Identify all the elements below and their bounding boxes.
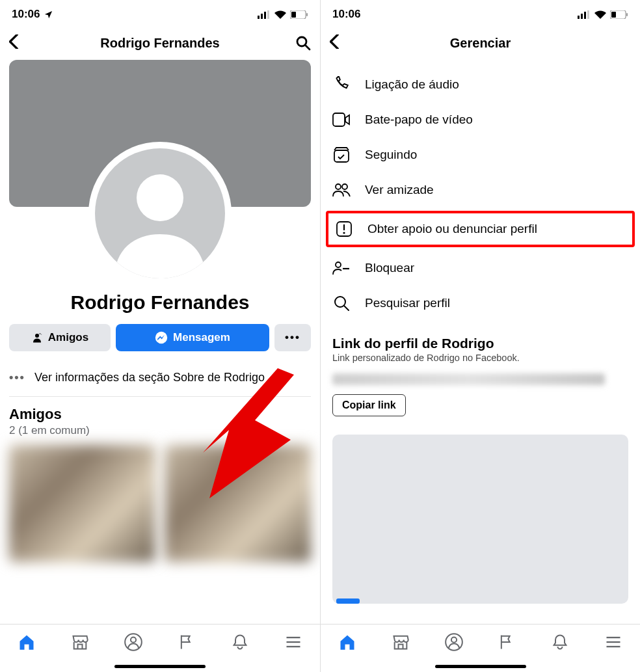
tab-notifications[interactable] [551,633,569,651]
flag-icon [178,633,196,651]
manage-item-report[interactable]: Obter apoio ou denunciar perfil [326,211,635,247]
cover-area [0,60,320,207]
tab-notifications[interactable] [231,633,249,651]
svg-point-14 [131,637,136,642]
manage-item-search-profile[interactable]: Pesquisar perfil [321,285,640,321]
friend-thumb[interactable] [165,445,311,562]
svg-rect-26 [334,150,349,162]
svg-point-9 [137,174,183,221]
svg-rect-18 [578,16,580,19]
manage-item-friendship[interactable]: Ver amizade [321,173,640,207]
svg-rect-24 [626,13,628,16]
svg-rect-2 [264,12,266,19]
tab-home[interactable] [338,633,356,651]
battery-icon [610,10,628,19]
tab-flag[interactable] [178,633,196,651]
message-button[interactable]: Mensagem [116,324,269,351]
chevron-left-icon [9,34,20,49]
friendship-icon [332,183,351,197]
flag-icon [498,633,516,651]
svg-line-8 [306,46,310,49]
manage-item-label: Bate-papo de vídeo [365,113,473,127]
manage-item-label: Pesquisar perfil [365,296,450,310]
profile-icon [124,633,142,651]
svg-rect-25 [333,113,345,126]
block-icon [332,261,351,275]
phone-icon [332,76,351,93]
marketplace-icon [392,633,410,651]
status-right [258,10,308,19]
tab-menu[interactable] [284,633,302,651]
wifi-icon [594,10,606,19]
menu-icon [284,633,302,651]
svg-point-7 [297,37,306,46]
friend-thumb[interactable] [9,445,155,562]
about-dots-icon: ••• [9,371,25,384]
svg-point-27 [336,184,341,189]
report-icon [335,221,353,237]
svg-rect-1 [261,14,263,19]
friend-icon [31,332,43,343]
friends-button[interactable]: Amigos [9,324,111,351]
copy-link-button[interactable]: Copiar link [332,394,406,416]
avatar-wrap [88,142,232,285]
phone-right: 10:06 Gerenciar Ligação de áudio Bate-pa… [320,0,640,672]
svg-rect-19 [581,14,583,19]
avatar[interactable] [95,148,225,278]
manage-item-label: Seguindo [365,148,417,162]
message-button-label: Mensagem [173,331,230,344]
manage-item-label: Ligação de áudio [365,77,459,92]
manage-item-audio-call[interactable]: Ligação de áudio [321,66,640,103]
tab-profile[interactable] [445,633,463,651]
nav-header: Rodrigo Fernandes [0,26,320,60]
wifi-icon [274,10,286,19]
more-dots-icon: ••• [285,331,300,344]
search-button[interactable] [293,35,311,51]
menu-icon [604,633,622,651]
friends-button-label: Amigos [48,331,88,344]
page-title: Rodrigo Fernandes [27,36,293,51]
about-row[interactable]: ••• Ver informações da seção Sobre de Ro… [9,366,311,397]
profile-actions: Amigos Mensagem ••• [9,324,311,351]
following-icon [332,146,351,163]
manage-item-block[interactable]: Bloquear [321,251,640,285]
placeholder-box [332,435,628,604]
svg-rect-5 [291,12,296,18]
profile-link-section: Link do perfil de Rodrigo Link personali… [321,328,640,424]
chevron-left-icon [330,34,340,49]
home-icon [338,633,356,651]
svg-line-35 [344,306,349,310]
back-button[interactable] [330,34,348,51]
tab-marketplace[interactable] [71,633,89,651]
friends-count: 2 (1 em comum) [9,424,311,437]
manage-list: Ligação de áudio Bate-papo de vídeo Segu… [321,60,640,328]
battery-icon [290,10,308,19]
page-title: Gerenciar [348,36,613,51]
profile-link-url [332,373,605,385]
manage-item-following[interactable]: Seguindo [321,137,640,173]
tab-home[interactable] [18,633,36,651]
status-bar: 10:06 [321,0,640,26]
home-indicator[interactable] [435,665,526,668]
status-time: 10:06 [12,8,40,21]
avatar-placeholder-icon [95,148,225,278]
more-button[interactable]: ••• [274,324,311,351]
nav-header: Gerenciar [321,26,640,60]
tab-menu[interactable] [604,633,622,651]
friends-grid [9,445,311,562]
svg-point-10 [35,334,39,338]
manage-item-video-chat[interactable]: Bate-papo de vídeo [321,103,640,137]
search-icon [295,35,311,51]
tab-marketplace[interactable] [392,633,410,651]
tab-flag[interactable] [498,633,516,651]
svg-point-37 [451,637,456,642]
svg-rect-0 [258,16,260,19]
back-button[interactable] [9,34,27,51]
messenger-icon [155,331,168,344]
tab-profile[interactable] [124,633,142,651]
svg-rect-3 [267,10,269,19]
bottom-tab-bar [0,624,320,659]
svg-rect-6 [306,13,308,16]
home-icon [18,633,36,651]
home-indicator[interactable] [114,665,206,668]
